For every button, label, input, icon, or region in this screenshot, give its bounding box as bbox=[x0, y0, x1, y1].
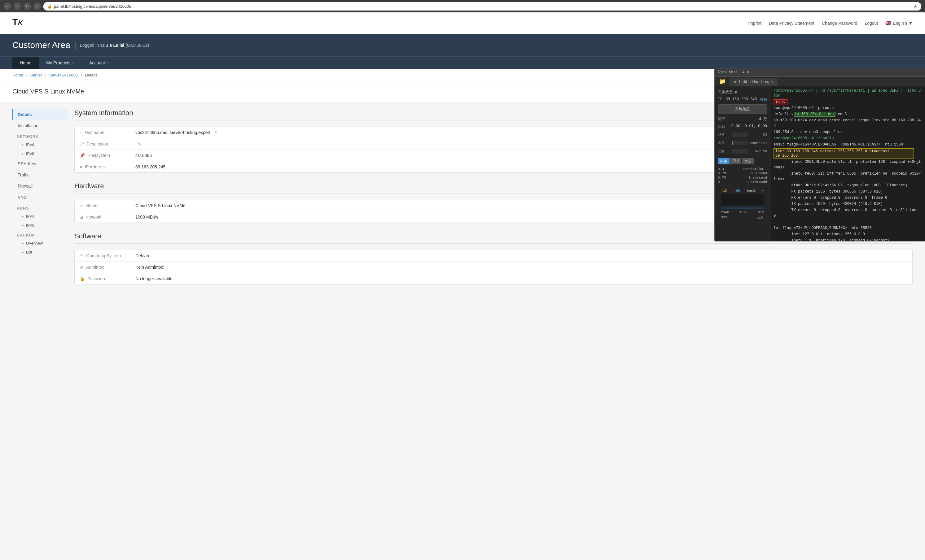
edit-hostname-icon[interactable]: ✎ bbox=[215, 130, 218, 135]
finalshell-terminal[interactable]: root@vps2416605:~# [ -d /sys/firmware/ef… bbox=[770, 86, 925, 241]
terminal-line-2: BIOS bbox=[770, 99, 925, 105]
folder-icon[interactable]: 📁 bbox=[717, 77, 728, 86]
sync-label: 同步状态 bbox=[718, 90, 733, 95]
user-name: Jie Le lai bbox=[106, 43, 124, 48]
page-title: Cloud VPS S Linux NVMe bbox=[12, 88, 84, 95]
swap-section: 交换 0/7.5G bbox=[718, 148, 767, 154]
swap-label: 交换 bbox=[718, 149, 730, 153]
admin-icon: ⚙ bbox=[80, 265, 84, 270]
password-label: 🔒 Password bbox=[80, 276, 136, 281]
location-icon: 📌 bbox=[80, 153, 85, 158]
os-value: Debian bbox=[136, 253, 149, 258]
process-list: 0.3kworker/u8.. 8.7M0.3 sshd 9.7M0 syste… bbox=[718, 167, 767, 184]
sidebar-item-firewall[interactable]: Firewall bbox=[12, 180, 68, 192]
top-navigation: T K Imprint Data Privacy Statement Chang… bbox=[0, 12, 925, 34]
flag-icon: 🇬🇧 bbox=[885, 20, 892, 26]
network-label: ◢ Network bbox=[80, 215, 136, 219]
nav-bar: Home My Products + Account + bbox=[0, 56, 925, 69]
latency-row: 0ms 本机 bbox=[721, 215, 764, 220]
sidebar-item-vnc[interactable]: VNC bbox=[12, 192, 68, 203]
sidebar-item-backup-list[interactable]: ► List bbox=[12, 248, 68, 257]
nav-account[interactable]: Account + bbox=[82, 57, 116, 69]
server-label: ☷ Server bbox=[80, 203, 136, 208]
terminal-line-6: 169.254.0.1 dev ens3 scope link bbox=[770, 129, 925, 135]
network-icon: ■ bbox=[80, 164, 82, 169]
sync-status-row: 同步状态 bbox=[718, 90, 767, 95]
new-tab-button[interactable]: + bbox=[778, 77, 786, 86]
graph-line bbox=[721, 205, 764, 209]
memory-tab[interactable]: 内存 bbox=[718, 158, 729, 164]
svg-text:K: K bbox=[18, 19, 24, 27]
home-button[interactable]: ⌂ bbox=[33, 3, 41, 10]
breadcrumb-server[interactable]: Server bbox=[30, 73, 42, 77]
lock-icon: 🔒 bbox=[47, 4, 52, 9]
sidebar-item-ipv6[interactable]: ► IPv6 bbox=[12, 149, 68, 158]
traffic-section: ↑1K ↓6K ens3 ▼ 234K 162K 81K 0ms 本机 bbox=[718, 187, 767, 222]
logout-link[interactable]: Logout bbox=[865, 21, 878, 26]
chevron-right-icon-3: ► bbox=[21, 215, 24, 218]
nav-my-products[interactable]: My Products + bbox=[39, 57, 82, 69]
server-value: Cloud VPS S Linux NVMe bbox=[136, 203, 185, 208]
os-row: ☰ Operating System Debian bbox=[75, 250, 912, 261]
back-button[interactable]: ← bbox=[4, 3, 11, 10]
terminal-line-11: inet6 fe80::21c:2ff:fe41:6605 prefixlen … bbox=[770, 171, 925, 182]
language-selector[interactable]: 🇬🇧 English ▼ bbox=[885, 20, 913, 26]
url-bar[interactable]: 🔒 panel.tk-hosting.com/s/app/server/2416… bbox=[44, 2, 921, 11]
tab-close-button[interactable]: ✕ bbox=[771, 80, 773, 84]
star-icon[interactable]: ★ bbox=[913, 3, 917, 9]
chevron-right-icon-4: ► bbox=[21, 224, 24, 227]
ip-label: ■ IP Address bbox=[80, 164, 136, 169]
sidebar-item-installation[interactable]: Installation bbox=[12, 120, 68, 131]
memory-section: 内存 295M/7.8G bbox=[718, 140, 767, 146]
breadcrumb-home[interactable]: Home bbox=[12, 73, 23, 77]
password-row: 🔒 Password No longer available bbox=[75, 273, 912, 284]
breadcrumb-server-id[interactable]: Server 2416605 bbox=[49, 73, 78, 77]
traffic-graph bbox=[721, 194, 764, 209]
sidebar: Details Installation Network ► IPv4 ► IP… bbox=[12, 109, 68, 560]
running-row: 运行 4 分 bbox=[718, 116, 767, 122]
sidebar-item-details[interactable]: Details bbox=[12, 109, 68, 120]
imprint-link[interactable]: Imprint bbox=[748, 21, 761, 26]
privacy-link[interactable]: Data Privacy Statement bbox=[769, 21, 814, 26]
sidebar-group-rdns: rDNS bbox=[12, 203, 68, 212]
terminal-line-15: TX packets 1559 bytes 420074 (410.2 KiB) bbox=[770, 201, 925, 207]
sidebar-item-rdns-ipv6[interactable]: ► IPv6 bbox=[12, 221, 68, 230]
change-password-link[interactable]: Change Password bbox=[822, 21, 857, 26]
customer-header: Customer Area | Logged in as Jie Le lai … bbox=[0, 34, 925, 56]
sidebar-item-ssh-keys[interactable]: SSH Keys bbox=[12, 158, 68, 169]
server-icon: ☷ bbox=[80, 203, 84, 208]
copy-button[interactable]: 複制 bbox=[760, 97, 767, 102]
terminal-line-4: default via 169.254.0.1 dev ens3 bbox=[770, 111, 925, 117]
system-info-button[interactable]: 系统信息 bbox=[718, 104, 767, 114]
ip-left-value: 89.163.208.245 bbox=[726, 97, 757, 102]
running-value: 4 分 bbox=[759, 116, 767, 122]
chevron-right-icon-2: ► bbox=[21, 152, 24, 155]
terminal-line-5: 89.163.208.0/24 dev ens3 proto kernel sc… bbox=[770, 117, 925, 129]
finalshell-tab-active[interactable]: 1 dd-tkhosting ✕ bbox=[729, 78, 777, 86]
sidebar-item-traffic[interactable]: Traffic bbox=[12, 169, 68, 180]
nav-home[interactable]: Home bbox=[12, 57, 39, 69]
traffic-chevron-icon: ▼ bbox=[762, 189, 764, 192]
sidebar-item-ipv4[interactable]: ► IPv4 bbox=[12, 140, 68, 149]
edit-description-icon[interactable]: ✎ bbox=[138, 142, 141, 146]
running-label: 运行 bbox=[718, 116, 725, 122]
url-text: panel.tk-hosting.com/s/app/server/241660… bbox=[54, 4, 131, 9]
logged-in-info: Logged in as Jie Le lai (601458-19) bbox=[80, 43, 149, 48]
load-label: 负载 bbox=[718, 124, 725, 129]
sidebar-item-backup-overview[interactable]: ► Overview bbox=[12, 239, 68, 248]
description-label: ☍ Description bbox=[80, 141, 136, 146]
cpu-bar-bg bbox=[732, 132, 748, 137]
cpu-tab[interactable]: CPU bbox=[730, 158, 741, 164]
finalshell-left-panel: 同步状态 IP 89.163.208.245 複制 系统信息 运行 4 分 负载… bbox=[715, 86, 770, 241]
terminal-line-3: root@vps2416605:~# ip route bbox=[770, 105, 925, 111]
swap-bar-bg bbox=[732, 149, 748, 153]
cmd-tab[interactable]: 命令 bbox=[742, 158, 754, 164]
admintool-value: Kein Admintool bbox=[136, 265, 164, 270]
reload-button[interactable]: ↻ bbox=[24, 3, 31, 10]
forward-button[interactable]: → bbox=[14, 3, 21, 10]
breadcrumb-current: Details bbox=[85, 73, 97, 77]
chevron-right-icon: ► bbox=[21, 143, 24, 146]
terminal-line-9: inet 89.163.208.245 netmask 255.255.255.… bbox=[770, 148, 925, 159]
sidebar-item-rdns-ipv4[interactable]: ► IPv4 bbox=[12, 212, 68, 221]
breadcrumb-sep-1: / bbox=[26, 73, 27, 77]
